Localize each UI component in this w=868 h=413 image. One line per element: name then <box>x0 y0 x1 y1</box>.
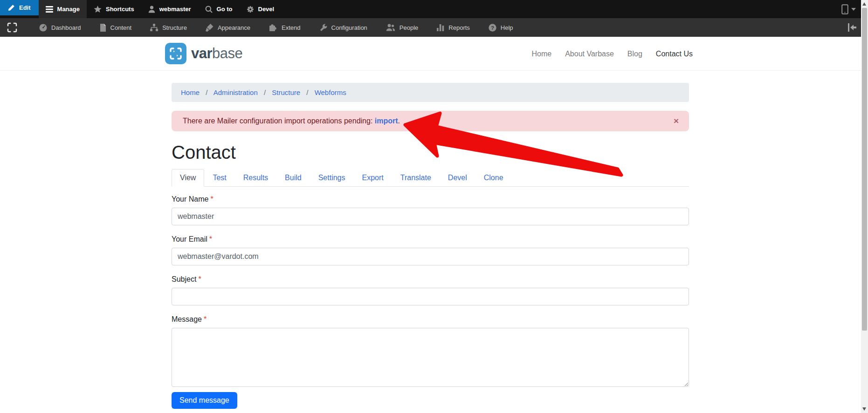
goto-button[interactable]: Go to <box>198 0 240 18</box>
your-email-field[interactable] <box>172 248 689 265</box>
nav-home[interactable]: Home <box>531 50 551 58</box>
sidebar-item-extend[interactable]: Extend <box>262 18 307 37</box>
varbase-logo-icon <box>165 43 186 64</box>
scroll-up-icon[interactable] <box>862 2 866 6</box>
breadcrumb-separator: / <box>206 88 207 96</box>
nav-contact-us[interactable]: Contact Us <box>656 50 693 58</box>
sidebar-item-reports[interactable]: Reports <box>430 18 476 37</box>
main-content: Home / Administration / Structure / Webf… <box>0 71 868 413</box>
your-name-label: Your Name* <box>172 195 689 203</box>
hamburger-icon <box>46 6 53 13</box>
sidebar-item-people[interactable]: People <box>379 18 425 37</box>
breadcrumb-separator: / <box>264 88 266 96</box>
goto-label: Go to <box>217 6 233 13</box>
tab-test[interactable]: Test <box>204 169 234 187</box>
sidebar-item-content[interactable]: Content <box>93 18 138 37</box>
nav-about-varbase[interactable]: About Varbase <box>565 50 614 58</box>
user-label: webmaster <box>159 6 191 13</box>
brush-icon <box>206 24 214 32</box>
menu-label: Help <box>501 24 513 31</box>
tab-settings[interactable]: Settings <box>310 169 354 187</box>
file-icon <box>100 24 106 32</box>
star-icon <box>94 6 102 13</box>
tab-devel[interactable]: Devel <box>440 169 475 187</box>
edit-button[interactable]: Edit <box>0 0 39 15</box>
scrollbar-thumb[interactable] <box>862 8 867 331</box>
collapse-left-icon <box>847 23 857 32</box>
alert-text: There are Mailer configuration import op… <box>183 117 375 125</box>
tab-build[interactable]: Build <box>276 169 310 187</box>
admin-menu-toolbar: Dashboard Content Structure Appearance E… <box>0 18 868 37</box>
wrench-icon <box>319 24 327 32</box>
devel-button[interactable]: Devel <box>240 0 282 18</box>
bar-chart-icon <box>437 24 444 31</box>
user-menu-button[interactable]: webmaster <box>141 0 198 18</box>
nav-blog[interactable]: Blog <box>627 50 642 58</box>
your-email-label: Your Email* <box>172 235 689 244</box>
toolbar-collapse-button[interactable] <box>847 18 857 37</box>
warning-message-banner: There are Mailer configuration import op… <box>172 111 689 131</box>
menu-label: Reports <box>448 24 470 31</box>
page-scrollbar[interactable] <box>861 0 868 413</box>
admin-toolbar-top: Edit Manage Shortcuts webmaster Go to De… <box>0 0 868 18</box>
chevron-down-icon <box>851 8 856 11</box>
close-icon[interactable]: × <box>674 116 679 126</box>
menu-label: Dashboard <box>51 24 81 31</box>
menu-label: Extend <box>282 24 300 31</box>
menu-label: Structure <box>162 24 187 31</box>
sidebar-item-dashboard[interactable]: Dashboard <box>33 18 88 37</box>
breadcrumb-webforms[interactable]: Webforms <box>315 88 346 96</box>
tab-clone[interactable]: Clone <box>475 169 512 187</box>
your-name-field[interactable] <box>172 208 689 225</box>
sidebar-item-appearance[interactable]: Appearance <box>199 18 257 37</box>
pencil-icon <box>8 4 15 11</box>
contact-webform: Your Name* Your Email* Subject* Message*… <box>172 195 689 409</box>
message-label: Message* <box>172 315 689 324</box>
main-nav: Home About Varbase Blog Contact Us <box>531 37 693 71</box>
manage-label: Manage <box>57 6 80 13</box>
required-mark: * <box>210 195 213 203</box>
edit-label: Edit <box>19 4 31 11</box>
site-header: varbase Home About Varbase Blog Contact … <box>0 37 868 71</box>
brand-text: varbase <box>191 45 242 62</box>
breadcrumb-home[interactable]: Home <box>181 88 200 96</box>
question-icon: ? <box>489 24 496 32</box>
import-link[interactable]: import <box>375 117 398 125</box>
subject-field[interactable] <box>172 288 689 305</box>
scroll-down-icon[interactable] <box>862 407 866 411</box>
breadcrumb-structure[interactable]: Structure <box>272 88 300 96</box>
gear-icon <box>247 6 254 13</box>
admin-home-button[interactable] <box>0 18 24 37</box>
required-mark: * <box>198 275 201 283</box>
tab-results[interactable]: Results <box>235 169 276 187</box>
svg-text:?: ? <box>491 25 494 30</box>
tab-export[interactable]: Export <box>353 169 392 187</box>
sidebar-item-configuration[interactable]: Configuration <box>313 18 374 37</box>
subject-label: Subject* <box>172 275 689 284</box>
breadcrumb: Home / Administration / Structure / Webf… <box>172 83 689 102</box>
varbase-mark-icon <box>7 22 17 33</box>
shortcuts-button[interactable]: Shortcuts <box>87 0 141 18</box>
menu-label: Configuration <box>331 24 367 31</box>
send-message-button[interactable]: Send message <box>172 392 237 409</box>
manage-button[interactable]: Manage <box>39 0 87 18</box>
puzzle-icon <box>269 24 277 32</box>
tab-view[interactable]: View <box>172 169 204 187</box>
menu-label: Appearance <box>218 24 250 31</box>
people-icon <box>386 24 395 31</box>
search-icon <box>205 6 213 13</box>
responsive-preview-button[interactable] <box>841 0 856 18</box>
sidebar-item-help[interactable]: ? Help <box>482 18 520 37</box>
webform-tabs: View Test Results Build Settings Export … <box>172 169 689 187</box>
shortcuts-label: Shortcuts <box>106 6 134 13</box>
required-mark: * <box>204 315 207 323</box>
tab-translate[interactable]: Translate <box>392 169 440 187</box>
breadcrumb-administration[interactable]: Administration <box>214 88 258 96</box>
site-logo[interactable]: varbase <box>165 43 242 64</box>
mobile-device-icon <box>841 4 848 14</box>
message-field[interactable] <box>172 328 689 387</box>
breadcrumb-separator: / <box>306 88 308 96</box>
user-icon <box>148 6 155 13</box>
required-mark: * <box>209 235 212 243</box>
sidebar-item-structure[interactable]: Structure <box>144 18 193 37</box>
